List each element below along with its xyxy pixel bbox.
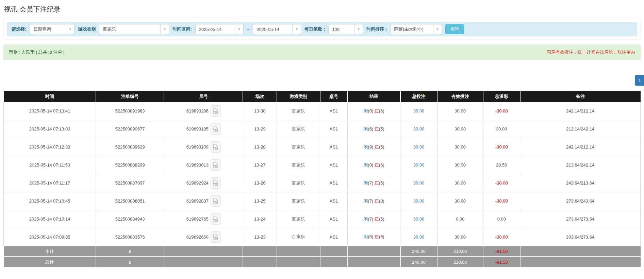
- total-bet-cell[interactable]: 30.00: [400, 228, 437, 246]
- round-number-wrap: 619692924: [186, 177, 221, 189]
- total-bet-link[interactable]: 30.00: [413, 108, 425, 114]
- chevron-down-icon: ▼: [66, 24, 74, 34]
- footer-payout-cell: -91.50: [483, 246, 520, 257]
- column-header: 结果: [347, 91, 400, 102]
- table-row: 2025-05-14 07:13:03522500890677619693185…: [4, 120, 641, 138]
- result-player-score: (7): [368, 216, 375, 222]
- video-replay-button[interactable]: [211, 213, 221, 225]
- game-category-select[interactable]: 百家乐 ▼: [99, 24, 169, 34]
- search-button[interactable]: 查询: [445, 24, 464, 34]
- footer-empty-cell: [347, 257, 400, 267]
- total-bet-link[interactable]: 30.00: [413, 126, 425, 132]
- result-player-label: 闲: [363, 180, 368, 186]
- total-bet-cell[interactable]: 30.00: [400, 174, 437, 192]
- column-header: 时间: [4, 91, 96, 102]
- video-replay-button[interactable]: [211, 123, 221, 135]
- table-row: 2025-05-14 07:10:45522500886051619692837…: [4, 192, 641, 210]
- result-banker-score: (5): [379, 180, 384, 186]
- total-bet-cell[interactable]: 30.00: [400, 210, 437, 228]
- bet-number-cell: 522500889629: [96, 138, 164, 156]
- result-banker-label: 庄: [375, 180, 379, 186]
- subtotal-row: 小计8240.00210.00-91.50: [4, 246, 641, 257]
- round-number-wrap: 619692660: [186, 231, 221, 243]
- total-bet-link[interactable]: 30.00: [413, 198, 425, 204]
- total-bet-link[interactable]: 30.00: [413, 234, 425, 240]
- result-player-label: 闲: [363, 234, 368, 239]
- payout-cell: 30.00: [483, 120, 520, 138]
- round-number-cell: 619693185: [164, 120, 243, 138]
- remark-cell: 273.64/243.64: [520, 192, 641, 210]
- footer-count-cell: 8: [96, 257, 164, 267]
- total-bet-link[interactable]: 30.00: [413, 216, 425, 222]
- table-number-cell: AS1: [320, 192, 347, 210]
- round-number-wrap: 619692837: [186, 195, 221, 207]
- footer-valid-bet-cell: 210.00: [437, 257, 483, 267]
- video-replay-button[interactable]: [211, 231, 221, 243]
- query-type-select[interactable]: 日期查询 ▼: [30, 24, 75, 34]
- video-film-icon: [213, 234, 218, 240]
- video-film-icon: [213, 198, 218, 204]
- footer-label-cell: 总计: [4, 257, 96, 267]
- query-type-value: 日期查询: [30, 26, 66, 32]
- grand-total-row: 总计8240.00210.00-91.50: [4, 257, 641, 267]
- game-category-cell: 百家乐: [277, 174, 320, 192]
- video-replay-button[interactable]: [211, 177, 221, 189]
- date-to-select[interactable]: 2025-05-14 ▼: [253, 24, 301, 34]
- remark-cell: 242.14/212.14: [520, 138, 641, 156]
- result-cell: 闲(7) 庄(5): [347, 210, 400, 228]
- video-replay-button[interactable]: [211, 105, 221, 117]
- video-replay-button[interactable]: [211, 141, 221, 153]
- footer-empty-cell: [277, 246, 320, 257]
- remark-cell: 243.64/213.64: [520, 174, 641, 192]
- column-header: 游戏类别: [277, 91, 320, 102]
- total-bet-cell[interactable]: 30.00: [400, 138, 437, 156]
- pagination-page-1-button[interactable]: 1: [635, 75, 644, 86]
- total-bet-cell[interactable]: 30.00: [400, 192, 437, 210]
- game-category-cell: 百家乐: [277, 120, 320, 138]
- round-number-cell: 619692924: [164, 174, 243, 192]
- game-category-cell: 百家乐: [277, 102, 320, 120]
- round-number-cell: 619692660: [164, 228, 243, 246]
- total-bet-cell[interactable]: 30.00: [400, 120, 437, 138]
- filter-panel: 请选择: 日期查询 ▼ 游戏类别 百家乐 ▼ 时间区间: 2025-05-14 …: [3, 19, 641, 40]
- round-number-cell: 619692765: [164, 210, 243, 228]
- table-row: 2025-05-14 07:11:17522500887097619692924…: [4, 174, 641, 192]
- total-bet-link[interactable]: 30.00: [413, 144, 425, 150]
- time-sort-select[interactable]: 降冪(由大到小) ▼: [390, 24, 442, 34]
- bet-number-cell: 522500888299: [96, 156, 164, 174]
- session-cell: 13-28: [243, 138, 277, 156]
- payout-cell: -30.00: [483, 174, 520, 192]
- payout-cell: -30.00: [483, 228, 520, 246]
- total-bet-cell[interactable]: 30.00: [400, 156, 437, 174]
- valid-bet-cell: 30.00: [437, 156, 483, 174]
- video-replay-button[interactable]: [211, 195, 221, 207]
- bet-time-cell: 2025-05-14 07:11:17: [4, 174, 96, 192]
- result-cell: 闲(0) 庄(6): [347, 156, 400, 174]
- date-from-select[interactable]: 2025-05-14 ▼: [195, 24, 244, 34]
- table-number-cell: AS1: [320, 228, 347, 246]
- bet-time-cell: 2025-05-14 07:13:03: [4, 120, 96, 138]
- page-size-select[interactable]: 100 ▼: [328, 24, 363, 34]
- total-bet-cell[interactable]: 30.00: [400, 102, 437, 120]
- round-number-cell: 619693286: [164, 102, 243, 120]
- table-number-cell: AS1: [320, 174, 347, 192]
- table-number-cell: AS1: [320, 120, 347, 138]
- bet-time-cell: 2025-05-14 07:09:35: [4, 228, 96, 246]
- payout-cell: -30.00: [483, 102, 520, 120]
- valid-bet-cell: 30.00: [437, 138, 483, 156]
- bet-number-cell: 522500883575: [96, 228, 164, 246]
- game-category-cell: 百家乐: [277, 192, 320, 210]
- total-bet-link[interactable]: 30.00: [413, 162, 425, 168]
- result-player-label: 闲: [363, 162, 368, 168]
- footer-empty-cell: [277, 257, 320, 267]
- bet-number-cell: 522500890677: [96, 120, 164, 138]
- total-bet-link[interactable]: 30.00: [413, 180, 425, 186]
- video-replay-button[interactable]: [211, 159, 221, 171]
- result-player-label: 闲: [363, 126, 368, 132]
- footer-empty-cell: [520, 246, 641, 257]
- result-player-label: 闲: [363, 198, 368, 204]
- round-number: 619693013: [186, 162, 209, 168]
- round-number: 619692660: [186, 234, 209, 240]
- remark-cell: 303.64/273.64: [520, 228, 641, 246]
- chevron-down-icon: ▼: [354, 24, 363, 34]
